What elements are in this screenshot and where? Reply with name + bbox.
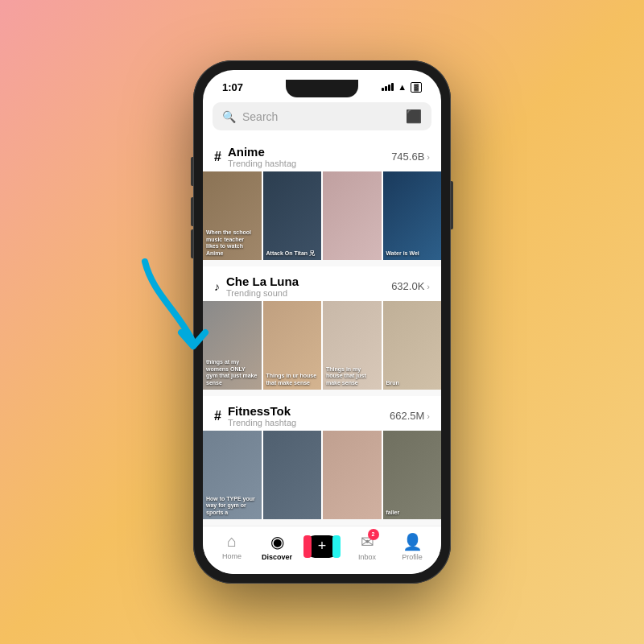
nav-inbox-label: Inbox (358, 553, 376, 561)
signal-icon (382, 83, 394, 91)
thumb-cheluna-3[interactable]: Things in my house that just make sense (323, 301, 382, 390)
thumb-anime-2[interactable]: Attack On Titan 兄 (263, 171, 322, 260)
thumb-label-anime-4: Water is Wei (386, 250, 439, 257)
trending-left-anime: # Anime Trending hashtag (214, 145, 296, 168)
plus-icon: + (318, 538, 327, 555)
bottom-nav: ⌂ Home ◉ Discover + ✉ 2 Inbox 👤 (203, 526, 441, 574)
thumb-label-fitnesstok-1: How to TYPE your way for gym or sports a (206, 496, 258, 516)
chevron-icon-fitnesstok: › (427, 411, 430, 421)
trending-title-anime: Anime (228, 145, 296, 159)
nav-discover[interactable]: ◉ Discover (254, 532, 299, 561)
thumb-anime-3[interactable] (323, 171, 382, 260)
nav-discover-label: Discover (262, 553, 292, 561)
search-placeholder: Search (242, 110, 399, 123)
inbox-icon-wrap: ✉ 2 (361, 532, 374, 551)
search-icon: 🔍 (222, 110, 236, 123)
profile-icon: 👤 (402, 532, 423, 551)
wifi-icon: ▲ (398, 82, 407, 92)
thumb-fitnesstok-1[interactable]: How to TYPE your way for gym or sports a (203, 431, 262, 519)
nav-home[interactable]: ⌂ Home (209, 532, 254, 560)
nav-home-label: Home (222, 552, 242, 560)
trending-header-anime: # Anime Trending hashtag 745.6B › (203, 137, 441, 171)
notch (286, 80, 358, 97)
thumbnails-fitnesstok[interactable]: How to TYPE your way for gym or sports a… (203, 431, 441, 519)
hashtag-icon-anime: # (214, 150, 221, 164)
chevron-icon-cheluna: › (427, 282, 430, 291)
thumb-fitnesstok-4[interactable]: faller (383, 431, 442, 519)
battery-icon: ▓ (411, 82, 422, 93)
trending-count-anime[interactable]: 745.6B › (391, 151, 430, 163)
trending-count-fitnesstok[interactable]: 662.5M › (390, 410, 430, 422)
status-time: 1:07 (222, 81, 243, 93)
inbox-badge: 2 (368, 529, 379, 540)
nav-inbox[interactable]: ✉ 2 Inbox (345, 532, 390, 561)
nav-profile[interactable]: 👤 Profile (390, 532, 435, 561)
nav-create[interactable]: + (299, 535, 345, 558)
nav-profile-label: Profile (402, 553, 423, 561)
thumb-label-cheluna-2: Things in ur house that make sense (266, 373, 319, 386)
thumb-label-cheluna-1: things at my womens ONLY gym that just m… (206, 359, 258, 386)
create-button[interactable]: + (307, 535, 337, 558)
trending-section-anime: # Anime Trending hashtag 745.6B › When t… (203, 137, 441, 260)
trending-title-wrap-anime: Anime Trending hashtag (228, 145, 296, 168)
arrow-annotation (129, 246, 242, 358)
thumb-fitnesstok-3[interactable] (323, 431, 382, 519)
thumb-fitnesstok-2[interactable] (263, 431, 322, 519)
trending-subtitle-anime: Trending hashtag (228, 159, 296, 168)
thumb-anime-4[interactable]: Water is Wei (383, 171, 442, 260)
trending-subtitle-fitnesstok: Trending hashtag (228, 418, 296, 427)
thumb-cheluna-4[interactable]: Brun (383, 301, 442, 390)
chevron-icon: › (427, 152, 430, 162)
trending-header-fitnesstok: # FitnessTok Trending hashtag 662.5M › (203, 396, 441, 431)
trending-left-fitnesstok: # FitnessTok Trending hashtag (214, 404, 296, 427)
home-icon: ⌂ (227, 532, 237, 551)
phone-wrapper: 1:07 ▲ ▓ 🔍 Search ⬛ (193, 60, 451, 584)
trending-title-wrap-fitnesstok: FitnessTok Trending hashtag (228, 404, 296, 427)
thumb-label-cheluna-4: Brun (386, 380, 439, 386)
trending-count-cheluna[interactable]: 632.0K › (391, 280, 430, 292)
thumb-label-fitnesstok-4: faller (386, 510, 439, 516)
thumb-label-anime-2: Attack On Titan 兄 (266, 250, 319, 257)
hashtag-icon-fitnesstok: # (214, 409, 221, 423)
thumb-cheluna-2[interactable]: Things in ur house that make sense (263, 301, 322, 390)
status-icons: ▲ ▓ (382, 82, 422, 93)
trending-section-fitnesstok: # FitnessTok Trending hashtag 662.5M › H… (203, 396, 441, 519)
search-bar[interactable]: 🔍 Search ⬛ (213, 102, 431, 130)
discover-icon: ◉ (270, 532, 284, 551)
thumb-label-cheluna-3: Things in my house that just make sense (326, 366, 378, 386)
trending-title-fitnesstok: FitnessTok (228, 404, 296, 418)
scan-icon[interactable]: ⬛ (406, 109, 422, 124)
